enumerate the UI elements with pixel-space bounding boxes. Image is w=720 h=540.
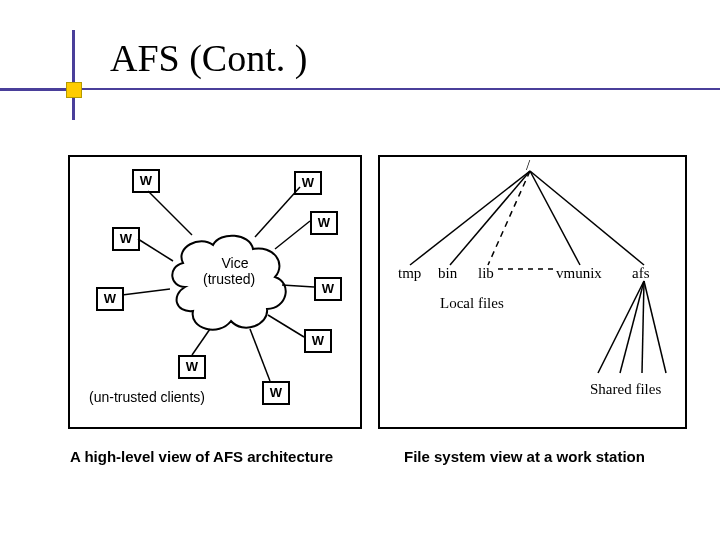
svg-line-18 — [644, 281, 666, 373]
svg-line-10 — [450, 171, 530, 265]
shared-files-label: Shared files — [590, 381, 661, 398]
vice-trusted-label: (trusted) — [202, 271, 256, 287]
dir-label: afs — [632, 265, 650, 282]
client-box: W — [314, 277, 342, 301]
svg-line-15 — [598, 281, 644, 373]
svg-line-5 — [122, 289, 170, 295]
client-box: W — [178, 355, 206, 379]
right-diagram-panel: / tmp bin lib vmunix afs Local files Sha… — [378, 155, 687, 429]
client-box: W — [310, 211, 338, 235]
title-bullet-icon — [66, 82, 82, 98]
left-caption: A high-level view of AFS architecture — [70, 448, 333, 465]
untrusted-clients-label: (un-trusted clients) — [88, 389, 206, 405]
local-files-label: Local files — [440, 295, 504, 312]
svg-line-17 — [642, 281, 644, 373]
root-label: / — [526, 157, 530, 174]
svg-line-12 — [530, 171, 580, 265]
dir-label: tmp — [398, 265, 421, 282]
slide: AFS (Cont. ) Vice (trusted) W W W W W W … — [0, 0, 720, 540]
title-vertical-line — [72, 30, 75, 120]
dir-label: lib — [478, 265, 494, 282]
client-box: W — [294, 171, 322, 195]
client-box: W — [112, 227, 140, 251]
client-box: W — [304, 329, 332, 353]
title-horizontal-line — [0, 88, 720, 92]
client-box: W — [262, 381, 290, 405]
dir-label: bin — [438, 265, 457, 282]
slide-title: AFS (Cont. ) — [110, 36, 307, 80]
vice-label: Vice — [210, 255, 260, 271]
client-box: W — [132, 169, 160, 193]
svg-line-11 — [488, 171, 530, 265]
svg-line-9 — [410, 171, 530, 265]
svg-line-16 — [620, 281, 644, 373]
client-box: W — [96, 287, 124, 311]
right-caption: File system view at a work station — [404, 448, 645, 465]
dir-label: vmunix — [556, 265, 602, 282]
left-diagram-panel: Vice (trusted) W W W W W W W W W (un-tru… — [68, 155, 362, 429]
svg-line-13 — [530, 171, 644, 265]
